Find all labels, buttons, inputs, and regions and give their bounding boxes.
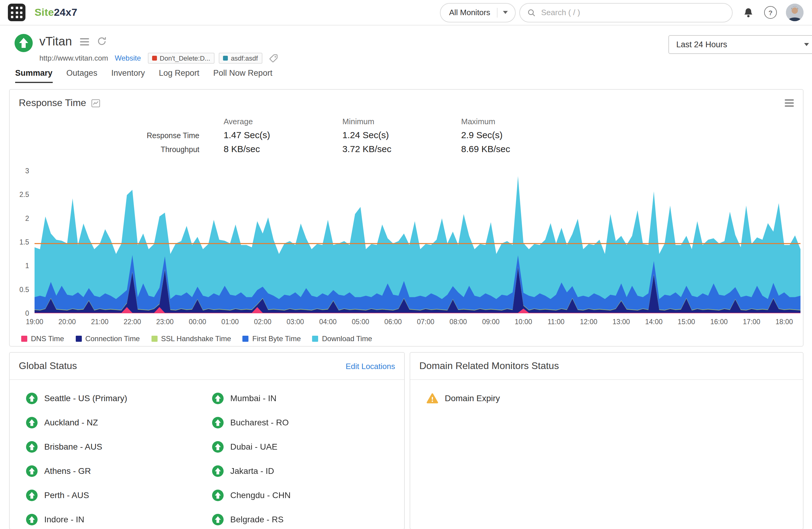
x-tick-label: 02:00 — [254, 318, 272, 326]
stats-value: 2.9 Sec(s) — [461, 130, 803, 140]
legend-label: Connection Time — [85, 335, 140, 343]
stats-col-header: Average — [223, 117, 343, 126]
x-tick-label: 09:00 — [482, 318, 499, 326]
location-status-item[interactable]: Chengdu - CHN — [212, 483, 398, 507]
monitor-url: http://www.vtitan.com — [39, 54, 108, 62]
tag-icon[interactable] — [269, 54, 278, 63]
location-label: Auckland - NZ — [44, 417, 98, 427]
legend-label: Download Time — [322, 335, 372, 343]
y-tick-label: 0 — [25, 309, 29, 317]
tag-label: asdf:asdf — [231, 55, 258, 62]
global-status-list: Seattle - US (Primary)Auckland - NZBrisb… — [10, 380, 404, 529]
status-up-icon — [212, 441, 223, 452]
tab-outages[interactable]: Outages — [66, 69, 97, 83]
legend-swatch — [313, 336, 318, 342]
location-label: Bucharest - RO — [230, 417, 289, 427]
legend-swatch — [75, 336, 82, 342]
chevron-down-icon — [804, 43, 809, 46]
monitor-tag[interactable]: Don't_Delete:D... — [147, 53, 215, 64]
location-status-item[interactable]: Mumbai - IN — [212, 386, 398, 410]
stats-value: 1.47 Sec(s) — [223, 130, 343, 140]
legend-swatch — [243, 336, 249, 342]
stats-row-label: Response Time — [10, 132, 223, 140]
website-link[interactable]: Website — [115, 54, 141, 62]
x-tick-label: 05:00 — [352, 318, 369, 326]
status-up-icon — [212, 489, 223, 501]
x-tick-label: 19:00 — [26, 318, 43, 326]
search-icon — [527, 8, 536, 17]
time-range-dropdown[interactable]: Last 24 Hours — [668, 35, 812, 54]
site24x7-logo[interactable]: Site24x7 — [34, 6, 77, 18]
stats-value: 8.69 KB/sec — [461, 144, 803, 154]
location-label: Chengdu - CHN — [230, 490, 291, 500]
legend-label: DNS Time — [31, 335, 64, 343]
tag-color-dot — [152, 56, 157, 61]
status-up-icon — [212, 465, 223, 476]
location-label: Perth - AUS — [44, 490, 89, 500]
search-input[interactable] — [540, 7, 725, 18]
x-tick-label: 01:00 — [221, 318, 239, 326]
tab-inventory[interactable]: Inventory — [111, 69, 145, 83]
monitor-tag[interactable]: asdf:asdf — [219, 53, 262, 64]
x-tick-label: 10:00 — [515, 318, 532, 326]
status-up-icon — [26, 416, 38, 428]
location-status-item[interactable]: Belgrade - RS — [212, 507, 398, 529]
legend-label: First Byte Time — [252, 335, 301, 343]
x-tick-label: 04:00 — [319, 318, 337, 326]
legend-swatch — [151, 336, 157, 342]
location-status-item[interactable]: Bucharest - RO — [212, 410, 398, 435]
x-tick-label: 03:00 — [287, 318, 304, 326]
location-status-item[interactable]: Seattle - US (Primary) — [26, 386, 212, 410]
user-avatar[interactable] — [786, 4, 803, 21]
x-tick-label: 22:00 — [124, 318, 141, 326]
monitor-status-up-icon — [15, 34, 33, 52]
location-status-item[interactable]: Perth - AUS — [26, 483, 212, 507]
refresh-icon[interactable] — [97, 36, 106, 46]
x-tick-label: 06:00 — [385, 318, 402, 326]
stats-col-header: Maximum — [461, 117, 803, 126]
global-status-card: Global Status Edit Locations Seattle - U… — [9, 352, 405, 529]
x-tick-label: 23:00 — [156, 318, 174, 326]
chevron-down-icon — [503, 11, 508, 14]
location-status-item[interactable]: Dubai - UAE — [212, 435, 398, 459]
tab-poll-now-report[interactable]: Poll Now Report — [213, 69, 272, 83]
search-box[interactable] — [519, 3, 733, 22]
apps-grid-icon[interactable] — [8, 4, 26, 21]
location-status-item[interactable]: Indore - IN — [26, 507, 212, 529]
x-tick-label: 08:00 — [450, 318, 467, 326]
location-label: Jakarta - ID — [230, 466, 274, 476]
monitors-dropdown[interactable]: All Monitors — [440, 3, 516, 22]
tab-summary[interactable]: Summary — [15, 69, 53, 83]
legend-item: SSL Handshake Time — [151, 335, 231, 343]
location-status-item[interactable]: Brisbane - AUS — [26, 435, 212, 459]
location-status-item[interactable]: Athens - GR — [26, 459, 212, 483]
topbar-right: All Monitors ? — [440, 3, 803, 22]
tab-log-report[interactable]: Log Report — [159, 69, 199, 83]
location-status-item[interactable]: Jakarta - ID — [212, 459, 398, 483]
bell-icon — [743, 7, 754, 18]
response-stats-table: Average Minimum Maximum Response Time 1.… — [10, 117, 803, 154]
tag-label: Don't_Delete:D... — [160, 55, 210, 62]
domain-monitor-item[interactable]: Domain Expiry — [426, 386, 797, 410]
legend-swatch — [21, 336, 27, 342]
chart-menu-icon[interactable] — [785, 99, 794, 107]
location-column: Seattle - US (Primary)Auckland - NZBrisb… — [26, 386, 212, 529]
help-icon[interactable]: ? — [764, 6, 777, 19]
card-title: Domain Related Monitors Status — [419, 361, 559, 371]
legend-item: Connection Time — [75, 335, 140, 343]
monitor-tags: Don't_Delete:D...asdf:asdf — [147, 53, 262, 64]
y-tick-label: 1 — [25, 262, 29, 270]
location-status-item[interactable]: Auckland - NZ — [26, 410, 212, 435]
stats-col-header: Minimum — [343, 117, 461, 126]
status-up-icon — [212, 514, 223, 525]
edit-locations-link[interactable]: Edit Locations — [346, 362, 395, 370]
notifications-bell-icon[interactable] — [743, 7, 754, 18]
monitor-menu-icon[interactable] — [80, 37, 89, 45]
divider — [497, 8, 497, 17]
chart-edit-icon[interactable] — [91, 99, 100, 107]
x-tick-label: 11:00 — [548, 318, 564, 326]
location-label: Seattle - US (Primary) — [44, 393, 127, 403]
monitors-dropdown-label: All Monitors — [449, 8, 490, 17]
logo-24x7-text: 24x7 — [54, 6, 77, 18]
warning-icon — [426, 392, 438, 404]
